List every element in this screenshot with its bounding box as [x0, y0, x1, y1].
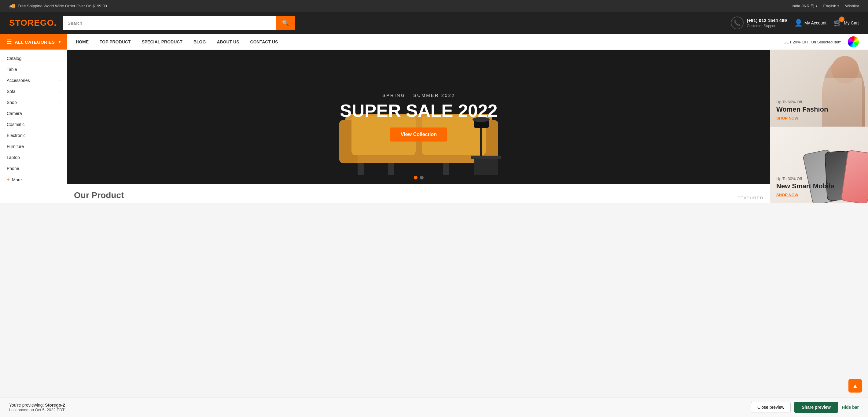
svg-rect-13: [474, 157, 498, 175]
phone-number: (+91) 012 1544 489: [747, 17, 787, 24]
header-actions: 📞 (+91) 012 1544 489 Customer Support 👤 …: [731, 17, 859, 29]
sidebar-item-electronic[interactable]: Electronic: [0, 130, 67, 141]
hero-slider: SPRING – SUMMER 2022 SUPER SALE 2022 Vie…: [67, 50, 770, 184]
hero-title: SUPER SALE 2022: [340, 101, 498, 120]
support-label: Customer Support: [747, 24, 787, 29]
wishlist-link[interactable]: Wishlist: [845, 4, 859, 8]
mobile-banner: Up To 30% Off New Smart Mobile SHOP NOW: [770, 126, 868, 204]
sidebar-more-label: More: [12, 177, 22, 182]
logo-main: STOREG: [9, 18, 47, 28]
support-text: (+91) 012 1544 489 Customer Support: [747, 17, 787, 29]
plus-icon: +: [7, 177, 9, 182]
nav-blog[interactable]: BLOG: [188, 35, 211, 49]
sidebar-label-catalog: Catalog: [7, 56, 21, 61]
women-fashion-banner: Up To 60% Off Women Fashion SHOP NOW: [770, 50, 868, 126]
sidebar-item-furniture[interactable]: Furniture: [0, 141, 67, 152]
hero-subtitle: SPRING – SUMMER 2022: [340, 93, 498, 98]
nav-about-us[interactable]: ABOUT US: [211, 35, 245, 49]
top-bar: 🚚 Free Shipping World Wide Order Over On…: [0, 0, 868, 11]
sidebar-item-shop[interactable]: Shop ›: [0, 97, 67, 108]
mobile-discount: Up To 30% Off: [776, 176, 834, 181]
shipping-info: 🚚 Free Shipping World Wide Order Over On…: [9, 3, 107, 9]
svg-rect-14: [471, 156, 501, 159]
sidebar-label-cosmatic: Cosmatic: [7, 122, 25, 127]
view-collection-btn[interactable]: View Collection: [390, 127, 447, 142]
search-input[interactable]: [63, 16, 276, 30]
product-section-header: Our Product FEATURED: [67, 184, 770, 203]
mobile-shop-btn[interactable]: SHOP NOW: [776, 192, 834, 197]
header: STOREGO. 🔍 📞 (+91) 012 1544 489 Customer…: [0, 11, 868, 34]
region-text: India (INR ₹): [792, 4, 814, 8]
sidebar: Catalog Table Accessories › Sofa › Shop …: [0, 50, 67, 203]
main-layout: Catalog Table Accessories › Sofa › Shop …: [0, 50, 868, 203]
nav-special-product[interactable]: SPECIAL PRODUCT: [136, 35, 188, 49]
women-shop-btn[interactable]: SHOP NOW: [776, 116, 828, 120]
sidebar-label-sofa: Sofa: [7, 89, 16, 94]
cart-icon-wrap: 🛒 0: [834, 19, 842, 27]
sidebar-label-shop: Shop: [7, 100, 17, 105]
region-selector[interactable]: India (INR ₹) ▾: [792, 4, 817, 8]
logo-accent: O.: [47, 18, 57, 28]
support-icon: 📞: [731, 17, 744, 29]
my-cart-label: My Cart: [844, 21, 859, 25]
my-account-btn[interactable]: 👤 My Account: [794, 19, 827, 27]
our-product-title: Our Product: [74, 190, 124, 200]
sidebar-item-sofa[interactable]: Sofa ›: [0, 86, 67, 97]
chevron-right-icon: ›: [59, 89, 60, 94]
shipping-text: Free Shipping World Wide Order Over On $…: [18, 4, 107, 8]
nav-bar: ☰ ALL CATEGORIES ▾ HOME TOP PRODUCT SPEC…: [0, 34, 868, 50]
search-button[interactable]: 🔍: [276, 16, 295, 30]
sidebar-item-accessories[interactable]: Accessories ›: [0, 75, 67, 86]
region-arrow-icon: ▾: [816, 4, 817, 8]
logo[interactable]: STOREGO.: [9, 18, 57, 28]
nav-contact-us[interactable]: CONTACT US: [245, 35, 284, 49]
sidebar-item-cosmatic[interactable]: Cosmatic: [0, 119, 67, 130]
mobile-banner-text: Up To 30% Off New Smart Mobile SHOP NOW: [776, 176, 834, 197]
sidebar-label-camera: Camera: [7, 111, 22, 116]
sidebar-item-catalog[interactable]: Catalog: [0, 53, 67, 64]
chevron-right-icon: ›: [59, 78, 60, 83]
support-info: 📞 (+91) 012 1544 489 Customer Support: [731, 17, 787, 29]
my-cart-btn[interactable]: 🛒 0 My Cart: [834, 19, 859, 27]
featured-label: FEATURED: [738, 196, 764, 200]
sidebar-label-electronic: Electronic: [7, 133, 25, 138]
nav-home[interactable]: HOME: [70, 35, 94, 49]
language-text: English: [824, 4, 837, 8]
account-icon: 👤: [794, 19, 803, 27]
sidebar-more-btn[interactable]: + More: [0, 174, 67, 185]
cart-badge: 0: [839, 17, 844, 22]
svg-rect-8: [443, 163, 449, 175]
right-banners: Up To 60% Off Women Fashion SHOP NOW Up …: [770, 50, 868, 203]
slider-dots: [414, 176, 424, 179]
truck-icon: 🚚: [9, 3, 15, 9]
sidebar-item-laptop[interactable]: Laptop: [0, 152, 67, 163]
sidebar-label-laptop: Laptop: [7, 155, 20, 160]
search-bar: 🔍: [63, 16, 295, 30]
sidebar-label-accessories: Accessories: [7, 78, 30, 83]
sidebar-label-phone: Phone: [7, 166, 19, 171]
women-discount: Up To 60% Off: [776, 100, 828, 104]
chevron-right-icon: ›: [59, 100, 60, 105]
dot-1[interactable]: [414, 176, 417, 179]
all-categories-label: ALL CATEGORIES: [15, 39, 55, 44]
sidebar-item-phone[interactable]: Phone: [0, 163, 67, 174]
svg-rect-7: [388, 163, 394, 175]
mobile-title: New Smart Mobile: [776, 182, 834, 190]
language-selector[interactable]: English ▾: [824, 4, 839, 8]
dot-2[interactable]: [420, 176, 424, 179]
sidebar-label-table: Table: [7, 67, 17, 72]
sidebar-item-camera[interactable]: Camera: [0, 108, 67, 119]
color-wheel-icon: [848, 36, 859, 48]
nav-links: HOME TOP PRODUCT SPECIAL PRODUCT BLOG AB…: [67, 35, 286, 49]
sidebar-label-furniture: Furniture: [7, 144, 24, 149]
top-bar-right: India (INR ₹) ▾ English ▾ Wishlist: [792, 4, 859, 8]
hero-content: SPRING – SUMMER 2022 SUPER SALE 2022 Vie…: [340, 93, 498, 142]
women-banner-text: Up To 60% Off Women Fashion SHOP NOW: [776, 100, 828, 120]
nav-promo-area: GET 20% OFF On Selected Item...: [777, 36, 868, 48]
nav-top-product[interactable]: TOP PRODUCT: [94, 35, 136, 49]
my-account-label: My Account: [804, 21, 827, 25]
hamburger-icon: ☰: [7, 38, 11, 45]
svg-rect-6: [358, 163, 364, 175]
sidebar-item-table[interactable]: Table: [0, 64, 67, 75]
all-categories-btn[interactable]: ☰ ALL CATEGORIES ▾: [0, 34, 67, 50]
